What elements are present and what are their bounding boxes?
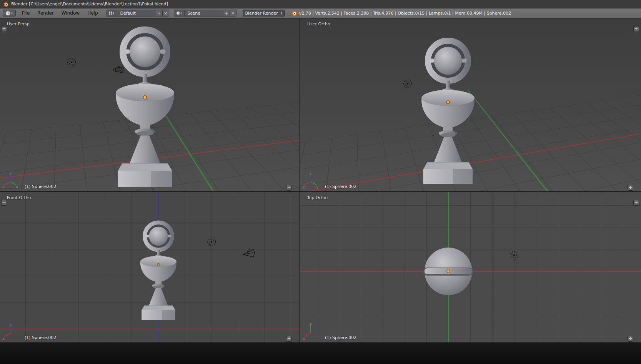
- scene-stats-group: v2.78 | Verts:2,542 | Faces:2,388 | Tris…: [291, 10, 511, 16]
- render-engine-label: Blender Render: [245, 11, 278, 16]
- expand-region-button[interactable]: +: [1, 200, 7, 206]
- layout-name-field[interactable]: Default: [117, 10, 156, 17]
- browse-scene-button[interactable]: ▴▾: [174, 10, 184, 17]
- axis-gizmo: z x: [2, 322, 18, 342]
- delete-scene-button[interactable]: ×: [230, 10, 236, 17]
- expand-region-button[interactable]: +: [628, 185, 633, 191]
- expand-region-button[interactable]: +: [286, 336, 292, 342]
- menu-render[interactable]: Render: [33, 8, 58, 18]
- trophy-top-object[interactable]: [416, 239, 481, 304]
- add-scene-button[interactable]: +: [223, 10, 230, 17]
- trophy-object[interactable]: [416, 36, 480, 189]
- menu-help[interactable]: Help: [83, 8, 102, 18]
- scene-selector: ▴▾ Scene + ×: [174, 10, 236, 17]
- active-object-label: (1) Sphere.002: [325, 184, 356, 189]
- axis-x-label: x: [303, 186, 305, 189]
- blender-logo-icon: [291, 10, 297, 16]
- trophy-object[interactable]: [110, 24, 180, 191]
- axis-gizmo: z x y: [2, 171, 18, 191]
- scene-stats: v2.78 | Verts:2,542 | Faces:2,388 | Tris…: [299, 11, 511, 16]
- axis-z-label: z: [310, 172, 311, 175]
- info-header: i ▴▾ File Render Window Help ▴▾ Default …: [0, 8, 641, 18]
- camera-object[interactable]: [112, 65, 125, 75]
- chevron-updown-icon: ▴▾: [281, 12, 282, 15]
- scene-name-field[interactable]: Scene: [184, 10, 223, 17]
- chevron-updown-icon: ▴▾: [11, 12, 12, 15]
- axis-y-label: y: [316, 186, 318, 189]
- browse-layout-button[interactable]: ▴▾: [107, 10, 117, 17]
- axis-y-label: y: [310, 322, 312, 326]
- axis-y-label: y: [16, 186, 18, 189]
- viewport-top-ortho[interactable]: Top Ortho y x (1) Sphere.002 + +: [300, 192, 641, 342]
- screen-layout-selector: ▴▾ Default + ×: [107, 10, 169, 17]
- viewport-label: User Persp: [7, 22, 30, 27]
- axis-x-label: x: [3, 186, 5, 189]
- expand-region-button[interactable]: +: [633, 200, 639, 206]
- lamp-object[interactable]: [66, 57, 77, 68]
- render-engine-select[interactable]: Blender Render ▴▾: [243, 10, 285, 17]
- menubar: File Render Window Help: [18, 8, 102, 18]
- x-axis-line: [0, 329, 300, 329]
- viewport-user-ortho[interactable]: User Ortho z x y (1) Sphere.002 + +: [300, 18, 641, 191]
- viewport-user-persp[interactable]: User Persp z x y (1) Sphere.002 + +: [0, 18, 300, 191]
- axis-gizmo: z x y: [303, 171, 319, 191]
- window-title: Blender [C:\Users\engel\Documents\Udemy\…: [11, 2, 168, 7]
- viewport-label: User Ortho: [307, 22, 330, 27]
- y-axis-line: [468, 91, 641, 191]
- axis-x-label: x: [3, 337, 5, 340]
- window-titlebar: Blender [C:\Users\engel\Documents\Udemy\…: [0, 0, 641, 8]
- viewport-label: Top Ortho: [307, 195, 328, 200]
- expand-region-button[interactable]: +: [1, 26, 7, 32]
- viewport-front-ortho[interactable]: Front Ortho z x (1) Sphere.002 + +: [0, 192, 300, 342]
- menu-window[interactable]: Window: [58, 8, 83, 18]
- trophy-object[interactable]: [137, 219, 180, 324]
- blender-logo-icon: [3, 2, 8, 7]
- add-layout-button[interactable]: +: [156, 10, 163, 17]
- bottom-editor-strip: [0, 342, 641, 364]
- lamp-object[interactable]: [402, 78, 413, 89]
- active-object-label: (1) Sphere.002: [325, 335, 356, 340]
- chevron-updown-icon: ▴▾: [113, 12, 114, 15]
- viewport-label: Front Ortho: [7, 195, 31, 200]
- axis-gizmo: y x: [303, 322, 319, 342]
- active-object-label: (1) Sphere.002: [25, 184, 56, 189]
- axis-x-label: x: [303, 337, 305, 340]
- expand-region-button[interactable]: +: [286, 185, 292, 191]
- blender-window: Blender [C:\Users\engel\Documents\Udemy\…: [0, 0, 641, 364]
- delete-layout-button[interactable]: ×: [163, 10, 169, 17]
- quad-view: User Persp z x y (1) Sphere.002 + +: [0, 18, 641, 342]
- menu-file[interactable]: File: [18, 8, 33, 18]
- scene-icon: [176, 12, 180, 15]
- active-object-label: (1) Sphere.002: [25, 335, 56, 340]
- info-icon: i: [6, 11, 10, 15]
- grid-icon: [109, 12, 112, 15]
- lamp-object[interactable]: [206, 236, 217, 247]
- expand-region-button[interactable]: +: [633, 26, 639, 32]
- editor-type-button[interactable]: i ▴▾: [3, 10, 16, 17]
- camera-object[interactable]: [242, 248, 256, 259]
- axis-z-label: z: [10, 323, 12, 326]
- chevron-updown-icon: ▴▾: [181, 12, 182, 15]
- axis-z-label: z: [10, 172, 11, 175]
- lamp-object[interactable]: [509, 250, 519, 261]
- expand-region-button[interactable]: +: [628, 336, 633, 342]
